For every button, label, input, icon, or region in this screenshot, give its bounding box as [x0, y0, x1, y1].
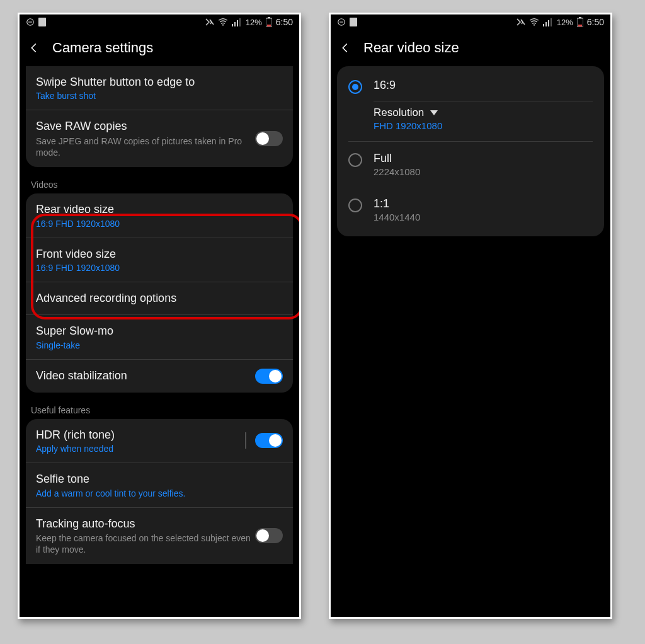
- video-stabilization-row[interactable]: Video stabilization: [26, 359, 293, 393]
- option-full-sub: 2224x1080: [374, 166, 593, 177]
- hdr-row[interactable]: HDR (rich tone) Apply when needed: [26, 419, 293, 463]
- option-full-label: Full: [374, 152, 593, 165]
- video-stabilization-toggle[interactable]: [255, 369, 283, 384]
- svg-rect-14: [350, 18, 357, 26]
- svg-rect-19: [548, 20, 549, 26]
- option-16-9-label: 16:9: [374, 79, 593, 92]
- svg-point-4: [222, 25, 224, 26]
- super-slowmo-value: Single-take: [36, 340, 283, 350]
- save-raw-toggle[interactable]: [255, 131, 283, 146]
- save-raw-sub: Save JPEG and RAW copies of pictures tak…: [36, 135, 255, 158]
- battery-percent: 12%: [246, 18, 262, 27]
- radio-selected-icon: [348, 80, 362, 94]
- advanced-recording-title: Advanced recording options: [36, 291, 283, 306]
- signal-icon: [543, 18, 553, 26]
- status-bar: 12% 6:50: [331, 14, 610, 30]
- option-full[interactable]: Full 2224x1080: [337, 142, 604, 187]
- section-videos-label: Videos: [20, 173, 299, 193]
- battery-percent: 12%: [557, 18, 573, 27]
- selfie-tone-title: Selfie tone: [36, 472, 283, 486]
- settings-group-useful: HDR (rich tone) Apply when needed Selfie…: [26, 419, 293, 565]
- tracking-af-toggle[interactable]: [255, 528, 283, 543]
- video-size-options: 16:9 Resolution FHD 1920x1080 Full 2224x…: [337, 66, 604, 236]
- page-title: Rear video size: [363, 40, 459, 56]
- svg-rect-2: [38, 18, 46, 26]
- page-title: Camera settings: [52, 40, 153, 56]
- dnd-icon: [26, 18, 35, 26]
- chevron-down-icon: [430, 110, 438, 115]
- selfie-tone-value: Add a warm or cool tint to your selfies.: [36, 488, 283, 498]
- battery-icon: [266, 17, 272, 27]
- settings-header: Camera settings: [20, 30, 299, 66]
- option-1-1-label: 1:1: [374, 197, 593, 210]
- sim-icon: [38, 18, 46, 26]
- hdr-title: HDR (rich tone): [36, 428, 245, 442]
- battery-icon: [577, 17, 583, 27]
- super-slowmo-row[interactable]: Super Slow-mo Single-take: [26, 314, 293, 359]
- resolution-label: Resolution: [374, 106, 424, 119]
- sim-icon: [350, 18, 357, 26]
- hdr-value: Apply when needed: [36, 444, 245, 454]
- advanced-recording-row[interactable]: Advanced recording options: [26, 282, 293, 314]
- settings-group-1: Swipe Shutter button to edge to Take bur…: [26, 66, 293, 167]
- front-video-size-row[interactable]: Front video size 16:9 FHD 1920x1080: [26, 238, 293, 282]
- settings-group-videos: Rear video size 16:9 FHD 1920x1080 Front…: [26, 193, 293, 393]
- signal-icon: [232, 18, 242, 26]
- video-size-header: Rear video size: [331, 30, 610, 66]
- front-video-title: Front video size: [36, 247, 283, 262]
- svg-rect-17: [543, 24, 544, 26]
- tracking-af-title: Tracking auto-focus: [36, 517, 255, 531]
- radio-unselected-icon: [348, 153, 362, 167]
- back-icon[interactable]: [28, 42, 40, 54]
- rear-video-title: Rear video size: [36, 202, 283, 217]
- vibrate-icon: [515, 18, 525, 26]
- rear-video-value: 16:9 FHD 1920x1080: [36, 219, 283, 229]
- radio-unselected-icon: [348, 198, 362, 212]
- vibrate-icon: [204, 18, 214, 26]
- clock-text: 6:50: [587, 17, 604, 27]
- status-bar: 12% 6:50: [20, 14, 299, 30]
- video-stabilization-title: Video stabilization: [36, 369, 255, 383]
- selfie-tone-row[interactable]: Selfie tone Add a warm or cool tint to y…: [26, 463, 293, 507]
- swipe-shutter-title: Swipe Shutter button to edge to: [36, 75, 283, 89]
- option-1-1[interactable]: 1:1 1440x1440: [337, 187, 604, 233]
- svg-rect-5: [232, 24, 233, 26]
- dnd-icon: [337, 18, 346, 26]
- clock-text: 6:50: [276, 17, 293, 27]
- svg-rect-23: [578, 25, 582, 26]
- rear-video-size-row[interactable]: Rear video size 16:9 FHD 1920x1080: [26, 193, 293, 237]
- back-icon[interactable]: [340, 42, 351, 54]
- svg-point-16: [534, 25, 535, 26]
- svg-rect-8: [239, 18, 241, 26]
- swipe-shutter-row[interactable]: Swipe Shutter button to edge to Take bur…: [26, 66, 293, 110]
- front-video-value: 16:9 FHD 1920x1080: [36, 263, 283, 273]
- resolution-value: FHD 1920x1080: [374, 120, 593, 131]
- option-16-9[interactable]: 16:9 Resolution FHD 1920x1080: [337, 69, 604, 141]
- swipe-shutter-value: Take burst shot: [36, 91, 283, 101]
- svg-rect-20: [551, 18, 552, 26]
- svg-rect-11: [267, 25, 271, 26]
- svg-rect-7: [237, 20, 238, 26]
- super-slowmo-title: Super Slow-mo: [36, 324, 283, 338]
- resolution-dropdown[interactable]: Resolution: [374, 106, 593, 119]
- option-1-1-sub: 1440x1440: [374, 212, 593, 222]
- tracking-af-row[interactable]: Tracking auto-focus Keep the camera focu…: [26, 507, 293, 565]
- divider-vertical: [245, 432, 246, 449]
- wifi-icon: [529, 18, 539, 26]
- tracking-af-sub: Keep the camera focused on the selected …: [36, 532, 255, 555]
- wifi-icon: [218, 18, 228, 26]
- svg-rect-6: [234, 22, 236, 26]
- phone-left: 12% 6:50 Camera settings Swipe Shutter b…: [18, 13, 301, 619]
- hdr-toggle[interactable]: [255, 433, 283, 448]
- phone-right: 12% 6:50 Rear video size 16:9: [329, 13, 612, 619]
- section-useful-label: Useful features: [20, 399, 299, 419]
- save-raw-title: Save RAW copies: [36, 119, 255, 134]
- svg-rect-18: [545, 22, 547, 26]
- save-raw-row[interactable]: Save RAW copies Save JPEG and RAW copies…: [26, 110, 293, 167]
